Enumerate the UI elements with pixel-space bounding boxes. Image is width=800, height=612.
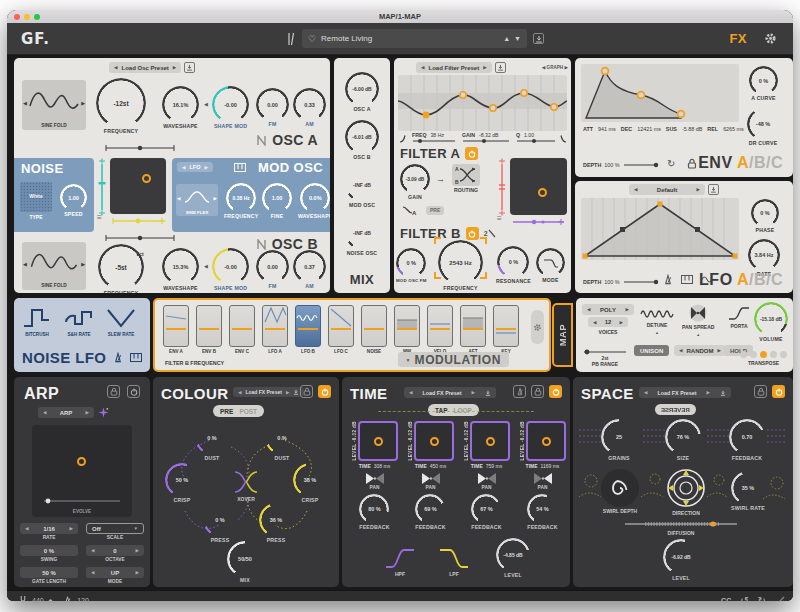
drag-handle-icon[interactable]: ≡ [97, 214, 102, 222]
hpf-control[interactable]: HPF [384, 547, 416, 577]
wave-next-icon[interactable]: ▶ [214, 196, 217, 201]
filter-a-shape-icon[interactable]: A [402, 204, 418, 216]
routing-icon[interactable]: A B [452, 164, 480, 186]
mod-slot-env-c[interactable]: ENV C [229, 305, 255, 354]
preset-browser[interactable]: ♡ Remote Living ▲▼ [302, 29, 527, 48]
transpose-control[interactable]: TRANSPOSE [740, 351, 787, 366]
tap-xy-pad[interactable] [358, 421, 398, 461]
wave-prev-icon[interactable]: ◀ [23, 261, 27, 267]
tuning-fork-icon[interactable] [19, 595, 27, 601]
favorite-heart-icon[interactable]: ♡ [308, 34, 316, 44]
mod-slot-env-a[interactable]: ENV A [163, 305, 189, 354]
wave-next-icon[interactable]: ▶ [81, 100, 85, 106]
prev-arrow-icon[interactable]: ◀ [679, 348, 682, 353]
tap-time-value[interactable]: 759 ms [486, 463, 502, 469]
mod-osc-frequency-knob[interactable]: 0.38 Hz FREQUENCY [224, 183, 258, 220]
detune-marker-icon[interactable]: ▲ [655, 330, 659, 335]
osc-b-wave-display[interactable]: ◀ ▶ SINE FOLD [22, 242, 86, 290]
transpose-dot[interactable] [750, 351, 757, 358]
next-arrow-icon[interactable]: ▶ [286, 390, 289, 395]
bitcrush-control[interactable]: BITCRUSH [22, 306, 52, 337]
mod-osc-wave-display[interactable]: ◀ ▶ SINE FLEX [176, 184, 218, 216]
filter-a-gain-slider[interactable]: GAIN-8.32 dB [462, 132, 510, 144]
osc-a-waveshape-knob[interactable]: 16.1% WAVESHAPE [162, 86, 199, 130]
volume-knob[interactable]: -15.18 dB VOLUME [754, 302, 788, 343]
filter-b-mod-osc-fm-knob[interactable]: 0 % MOD OSC FM [396, 248, 427, 284]
save-icon[interactable] [485, 390, 491, 396]
space-lock-icon[interactable] [754, 385, 767, 398]
mod-osc-fine-knob[interactable]: 1.00 FINE [262, 183, 292, 220]
next-arrow-icon[interactable]: ▶ [717, 348, 720, 353]
tap-feedback-knob[interactable]: 69 % FEEDBACK [415, 494, 445, 531]
drag-handle-icon[interactable]: ≡ [497, 215, 502, 223]
filter-a-power-button[interactable] [465, 147, 478, 160]
modulation-title-dropdown[interactable]: ▼ MODULATION [398, 352, 509, 367]
next-arrow-icon[interactable]: ▶ [697, 187, 700, 192]
wave-prev-icon[interactable]: ◀ [23, 100, 27, 106]
next-arrow-icon[interactable]: ▶ [483, 65, 486, 70]
next-arrow-icon[interactable]: ▶ [626, 307, 629, 312]
mod-slot-env-b[interactable]: ENV B [196, 305, 222, 354]
xy-pad-cursor[interactable] [430, 437, 439, 446]
colour-pre-post-toggle[interactable]: PRE POST [213, 405, 264, 417]
mod-slot-lfo-b[interactable]: LFO B [295, 305, 321, 354]
osc-b-am-knob[interactable]: 0.37 AM [293, 250, 326, 290]
next-arrow-icon[interactable]: ▶ [136, 570, 139, 575]
filter-b-mode-knob[interactable]: MODE [536, 248, 565, 284]
mod-slot-aft[interactable]: AFT [460, 305, 486, 354]
osc-a-fm-knob[interactable]: 0.00 FM [256, 88, 289, 128]
slew-rate-control[interactable]: SLEW RATE [106, 306, 136, 337]
osc-b-frequency-knob[interactable]: -5st FREQUENCY [98, 244, 144, 293]
tap-time-value[interactable]: 450 ms [430, 463, 446, 469]
filter-preset-save-icon[interactable] [495, 62, 506, 73]
tempo-value[interactable]: 120 [77, 597, 89, 601]
filter-pad-y-slider[interactable] [497, 158, 507, 216]
arp-rate-selector[interactable]: ◀1/16▶ [20, 523, 78, 534]
env-dr-curve-knob[interactable]: -48 % DR CURVE [747, 108, 779, 147]
colour-left-press-knob[interactable]: 0 % PRESS [203, 503, 237, 544]
tap-xy-pad[interactable] [414, 421, 454, 461]
modulation-settings-strip[interactable] [531, 310, 544, 344]
evolve-slider[interactable] [42, 497, 122, 505]
filter-preset-selector[interactable]: ◀Load Filter Preset▶ [416, 62, 492, 73]
colour-power-button[interactable] [318, 385, 331, 398]
lfo-phase-knob[interactable]: 0 % PHASE [751, 199, 779, 234]
sh-rate-control[interactable]: S&H RATE [64, 306, 94, 337]
xy-pad-cursor[interactable] [77, 457, 86, 466]
prev-arrow-icon[interactable]: ◀ [91, 548, 94, 553]
lfo-tab-a[interactable]: A [737, 271, 749, 288]
lfo-tabs-bc[interactable]: /B/C [749, 271, 783, 288]
tempo-metronome-icon[interactable] [63, 595, 72, 601]
tap-level-readout[interactable]: LEVEL -6.02 dB [464, 421, 469, 460]
arp-mode-selector[interactable]: ◀UP▶ [86, 567, 144, 578]
save-icon[interactable] [720, 390, 726, 396]
osc-b-waveshape-knob[interactable]: 15.3% WAVESHAPE [162, 248, 199, 292]
random-selector[interactable]: ◀RANDOM▶ [674, 345, 726, 356]
mod-slot-key[interactable]: KEY [493, 305, 519, 354]
mod-osc-waveshape-knob[interactable]: 0.0% WAVESHAPE [298, 183, 330, 220]
prev-arrow-icon[interactable]: ◀ [43, 410, 46, 415]
tap-level-readout[interactable]: LEVEL -6.02 dB [352, 421, 357, 460]
porta-control[interactable]: PORTA [728, 306, 750, 329]
time-lock-icon[interactable] [531, 385, 544, 398]
noise-lfo-keytrack-piano-icon[interactable] [130, 353, 142, 362]
lfo-graph[interactable] [581, 198, 739, 260]
time-tap-loop-toggle[interactable]: TAP LOOP [428, 404, 479, 416]
colour-left-dust-knob[interactable]: 0 % DUST [195, 421, 229, 462]
pan-spread-marker-icon[interactable]: ▲ [696, 332, 700, 337]
lpf-control[interactable]: LPF [438, 547, 470, 577]
next-arrow-icon[interactable]: ▶ [204, 165, 207, 170]
loop-option[interactable]: LOOP [454, 407, 472, 414]
arp-sparkle-icon[interactable] [98, 407, 109, 418]
filter-xy-pad[interactable] [510, 158, 567, 215]
next-arrow-icon[interactable]: ▶ [70, 526, 73, 531]
mod-slot-noise[interactable]: NOISE [361, 305, 387, 354]
mod-slot-velo[interactable]: VELO [427, 305, 453, 354]
att-value[interactable]: 941 ms [598, 126, 616, 132]
preset-save-icon[interactable] [533, 33, 544, 44]
filter-a-gain-knob[interactable]: -3.09 dB GAIN [400, 164, 430, 201]
env-tab-a[interactable]: A [737, 154, 749, 171]
arp-scale-dropdown[interactable]: Off▼ [86, 523, 144, 534]
colour-right-dust-knob[interactable]: 0 % DUST [265, 421, 299, 462]
colour-lock-icon[interactable] [300, 385, 313, 398]
